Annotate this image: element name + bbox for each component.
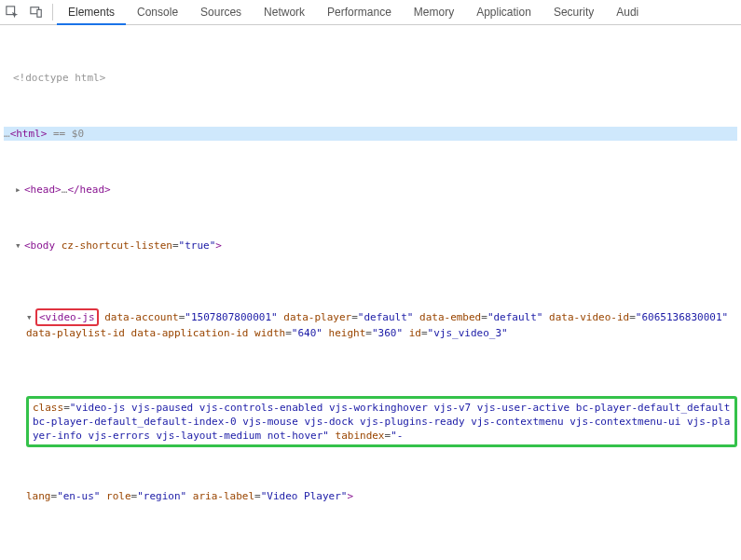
html-node[interactable]: …<html> == $0	[4, 127, 737, 141]
head-node[interactable]: ▸<head>…</head>	[4, 183, 737, 197]
body-node[interactable]: ▾<body cz-shortcut-listen="true">	[4, 239, 737, 253]
tab-elements[interactable]: Elements	[57, 0, 126, 25]
tabs: Elements Console Sources Network Perform…	[57, 0, 650, 24]
elements-dom-tree[interactable]: <!doctype html> …<html> == $0 ▸<head>…</…	[0, 25, 741, 560]
tab-performance[interactable]: Performance	[316, 0, 403, 24]
tab-sources[interactable]: Sources	[189, 0, 253, 24]
tab-security[interactable]: Security	[542, 0, 605, 24]
tab-application[interactable]: Application	[465, 0, 542, 24]
svg-rect-2	[37, 9, 41, 17]
tab-console[interactable]: Console	[126, 0, 189, 24]
device-toolbar-icon[interactable]	[24, 0, 48, 24]
doctype-node[interactable]: <!doctype html>	[4, 71, 737, 85]
separator	[52, 4, 53, 20]
video-js-node[interactable]: ▾<video-js data-account="1507807800001" …	[4, 308, 737, 340]
video-js-attrs-tail[interactable]: lang="en-us" role="region" aria-label="V…	[4, 489, 737, 503]
tab-network[interactable]: Network	[253, 0, 316, 24]
tab-memory[interactable]: Memory	[403, 0, 465, 24]
inspect-icon[interactable]	[0, 0, 24, 24]
tab-audits[interactable]: Audi	[605, 0, 650, 24]
video-js-class-attr[interactable]: class="video-js vjs-paused vjs-controls-…	[26, 396, 737, 447]
devtools-tab-bar: Elements Console Sources Network Perform…	[0, 0, 741, 25]
